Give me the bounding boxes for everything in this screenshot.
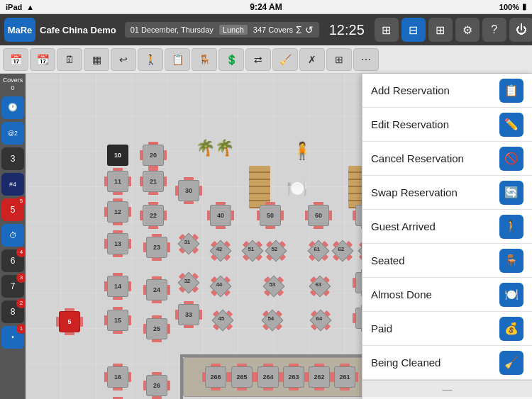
table-20[interactable]: 20 <box>143 145 164 166</box>
table-31[interactable]: 31 <box>177 232 201 256</box>
table-24[interactable]: 24 <box>146 279 167 300</box>
table-265[interactable]: 265 <box>231 366 253 388</box>
status-bar: iPad ▲ 9:24 AM 100% ▮ <box>0 0 532 14</box>
more-btn[interactable]: ⋯ <box>353 48 379 71</box>
day-view-btn[interactable]: 📅 <box>3 48 28 71</box>
power-btn[interactable]: ⏻ <box>509 18 532 42</box>
sidebar-at2-btn[interactable]: @2 <box>1 122 24 145</box>
table-261[interactable]: 261 <box>334 366 355 388</box>
grid2-btn[interactable]: ⊞ <box>375 18 399 42</box>
table-33[interactable]: 33 <box>178 304 199 325</box>
table-60[interactable]: 60 <box>308 205 329 226</box>
table-21[interactable]: 21 <box>143 171 164 192</box>
help-btn[interactable]: ? <box>482 18 506 42</box>
table-12[interactable]: 12 <box>107 201 128 223</box>
sidebar-5-btn[interactable]: 5 5 <box>1 198 24 221</box>
dropdown-menu: Add Reservation 📋 Edit Reservation ✏️ Ca… <box>362 74 532 399</box>
sidebar-clock-btn[interactable]: ⏱ <box>1 224 24 247</box>
table-266[interactable]: 266 <box>205 366 226 388</box>
seated-btn[interactable]: 🪑 <box>192 48 217 71</box>
table-13[interactable]: 13 <box>107 233 128 254</box>
table-22[interactable]: 22 <box>143 205 164 226</box>
table-10[interactable]: 10 <box>107 145 128 166</box>
clean-btn[interactable]: 🧹 <box>272 48 298 71</box>
sidebar-dot-btn[interactable]: • 1 <box>1 326 24 349</box>
dropdown-guest-arrived[interactable]: Guest Arrived 🚶 <box>362 210 532 244</box>
dropdown-almost-done[interactable]: Almost Done 🍽️ <box>362 278 532 312</box>
table-40[interactable]: 40 <box>210 205 231 226</box>
layout-btn[interactable]: ⊞ <box>326 48 352 71</box>
reservation-btn[interactable]: 📋 <box>165 48 190 71</box>
table-54[interactable]: 54 <box>260 308 284 332</box>
undo-btn[interactable]: ↩ <box>111 48 136 71</box>
time-display: 12:25 <box>329 22 365 38</box>
grid6-btn[interactable]: ⊞ <box>428 18 453 42</box>
dropdown-swap-reservation[interactable]: Swap Reservation 🔄 <box>362 176 532 210</box>
second-toolbar: 📅 📆 🗓 ▦ ↩ 🚶 📋 🪑 💲 ⇄ 🧹 ✗ ⊞ ⋯ <box>0 45 532 74</box>
table-263[interactable]: 263 <box>283 366 304 388</box>
status-left: iPad ▲ <box>6 3 34 11</box>
wifi-icon: ▲ <box>26 3 34 11</box>
history-icon: ↺ <box>305 24 314 35</box>
sidebar-4-btn[interactable]: #4 <box>1 173 24 196</box>
table-44[interactable]: 44 <box>209 274 233 298</box>
main-content: Covers 0 🕐 @2 3 #4 5 5 ⏱ 6 4 7 3 8 2 • 1… <box>0 74 532 399</box>
covers-text: 347 Covers <box>253 26 293 34</box>
toolbar-right-icons: ⊞ ⊟ ⊞ ⚙ ? ⏻ <box>375 18 532 42</box>
table-50[interactable]: 50 <box>260 205 281 226</box>
month-view-btn[interactable]: 🗓 <box>57 48 82 71</box>
swap-btn[interactable]: ⇄ <box>245 48 271 71</box>
table-61[interactable]: 61 <box>306 239 331 263</box>
sidebar-time-btn[interactable]: 🕐 <box>1 96 24 119</box>
cancel-reservation-icon: 🚫 <box>499 147 523 171</box>
table-25[interactable]: 25 <box>146 318 167 339</box>
table-64[interactable]: 64 <box>309 308 333 332</box>
week-view-btn[interactable]: 📆 <box>30 48 55 71</box>
dropdown-add-reservation[interactable]: Add Reservation 📋 <box>362 74 532 108</box>
grid4-btn[interactable]: ⊟ <box>401 18 426 42</box>
device-label: iPad <box>6 3 22 11</box>
grid-view-btn[interactable]: ▦ <box>84 48 109 71</box>
paid-icon: 💰 <box>499 317 523 341</box>
paid-btn[interactable]: 💲 <box>218 48 244 71</box>
table-52[interactable]: 52 <box>264 239 288 263</box>
sidebar-7-btn[interactable]: 7 3 <box>1 275 24 298</box>
sidebar-8-btn[interactable]: 8 2 <box>1 300 24 323</box>
table-51[interactable]: 51 <box>240 239 265 263</box>
dropdown-edit-reservation[interactable]: Edit Reservation ✏️ <box>362 108 532 142</box>
deco-trees: 🌴🌴 <box>196 139 234 157</box>
table-23[interactable]: 23 <box>146 237 167 258</box>
table-14[interactable]: 14 <box>107 276 128 297</box>
swap-reservation-icon: 🔄 <box>499 181 523 205</box>
sigma-icon: Σ <box>296 24 302 35</box>
dropdown-seated[interactable]: Seated 🪑 <box>362 244 532 278</box>
table-15[interactable]: 15 <box>107 310 128 331</box>
table-30[interactable]: 30 <box>178 180 199 201</box>
table-62[interactable]: 62 <box>331 239 355 263</box>
sidebar-6-btn[interactable]: 6 4 <box>1 249 24 272</box>
walk-in-btn[interactable]: 🚶 <box>138 48 163 71</box>
dropdown-being-cleaned[interactable]: Being Cleaned 🧹 <box>362 346 532 380</box>
logo[interactable]: MaRe <box>4 18 35 42</box>
settings-btn[interactable]: ⚙ <box>455 18 480 42</box>
table-16[interactable]: 16 <box>107 366 128 388</box>
no-show-btn[interactable]: ✗ <box>299 48 325 71</box>
table-42[interactable]: 42 <box>209 239 233 263</box>
date-info[interactable]: 01 December, Thursday Lunch 347 Covers Σ… <box>125 22 319 38</box>
table-11[interactable]: 11 <box>107 171 128 192</box>
table-63[interactable]: 63 <box>308 274 332 298</box>
table-53[interactable]: 53 <box>262 274 286 298</box>
sidebar-5-badge: 5 <box>16 196 26 206</box>
sidebar-3-btn[interactable]: 3 <box>1 147 24 170</box>
dropdown-cancel-reservation[interactable]: Cancel Reservation 🚫 <box>362 142 532 176</box>
guest-arrived-icon: 🚶 <box>499 215 523 239</box>
table-26[interactable]: 26 <box>146 375 167 396</box>
table-45[interactable]: 45 <box>211 308 235 332</box>
table-264[interactable]: 264 <box>257 366 279 388</box>
covers-label: Covers 0 <box>3 77 23 92</box>
dropdown-paid[interactable]: Paid 💰 <box>362 312 532 346</box>
sidebar-6-badge: 4 <box>16 247 26 257</box>
table-5[interactable]: 5 <box>59 311 80 332</box>
table-262[interactable]: 262 <box>309 366 330 388</box>
table-32[interactable]: 32 <box>177 271 201 295</box>
